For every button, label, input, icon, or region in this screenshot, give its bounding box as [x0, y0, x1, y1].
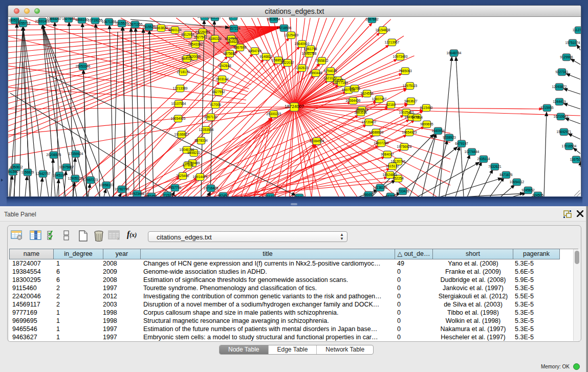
svg-text:9245652: 9245652 [521, 188, 535, 192]
svg-text:6966160: 6966160 [75, 18, 89, 21]
svg-text:9777169: 9777169 [335, 81, 348, 84]
svg-text:12353594: 12353594 [199, 128, 214, 132]
svg-text:11325419: 11325419 [284, 33, 299, 37]
svg-text:1527602: 1527602 [62, 17, 75, 20]
svg-text:15751074: 15751074 [565, 41, 580, 45]
svg-text:9862307: 9862307 [208, 17, 222, 19]
svg-text:924505: 924505 [532, 193, 543, 196]
svg-text:8454749: 8454749 [248, 49, 262, 53]
svg-text:12923468: 12923468 [130, 192, 145, 195]
svg-text:9498222: 9498222 [187, 151, 201, 155]
svg-text:1883531: 1883531 [354, 111, 367, 114]
svg-text:8912954: 8912954 [181, 33, 194, 36]
svg-text:x: x [117, 236, 120, 240]
svg-text:9115460: 9115460 [420, 106, 433, 110]
svg-text:1733426: 1733426 [396, 189, 409, 193]
svg-text:7515526: 7515526 [142, 25, 156, 29]
svg-text:8267130: 8267130 [204, 115, 217, 119]
svg-text:7632621: 7632621 [488, 165, 502, 168]
svg-text:2718170: 2718170 [177, 70, 190, 74]
svg-text:10671355: 10671355 [128, 23, 143, 26]
svg-text:7663822: 7663822 [155, 26, 168, 30]
svg-text:19756928: 19756928 [397, 145, 412, 148]
svg-text:8427552: 8427552 [212, 90, 225, 94]
svg-text:9875685: 9875685 [223, 52, 236, 55]
svg-text:20364436: 20364436 [346, 99, 361, 102]
svg-text:9657791: 9657791 [168, 186, 182, 189]
svg-text:18724007: 18724007 [285, 104, 304, 109]
svg-text:12942757: 12942757 [36, 172, 51, 176]
svg-text:786657: 786657 [363, 193, 374, 196]
svg-text:15692971: 15692971 [557, 130, 572, 134]
svg-text:16543382: 16543382 [188, 42, 203, 46]
svg-text:12093872: 12093872 [552, 85, 567, 89]
svg-text:7955812: 7955812 [315, 59, 329, 62]
svg-text:1156829: 1156829 [21, 170, 34, 174]
svg-text:104419: 104419 [265, 195, 276, 196]
svg-text:18524861: 18524861 [383, 173, 398, 177]
svg-text:10653267: 10653267 [47, 17, 62, 20]
svg-text:10107554: 10107554 [171, 102, 186, 105]
svg-text:7357224: 7357224 [227, 27, 241, 30]
svg-text:9899695: 9899695 [420, 122, 433, 126]
svg-text:19654923: 19654923 [402, 130, 417, 134]
svg-text:230114: 230114 [294, 195, 305, 196]
svg-text:1615132: 1615132 [386, 164, 399, 168]
svg-text:10688609: 10688609 [369, 130, 384, 134]
svg-text:7625402: 7625402 [176, 174, 189, 178]
svg-text:9527503: 9527503 [194, 35, 207, 39]
svg-text:10274444: 10274444 [465, 150, 480, 154]
svg-text:982450: 982450 [217, 194, 229, 196]
svg-text:62160: 62160 [386, 103, 396, 106]
svg-text:10973493: 10973493 [393, 55, 408, 58]
svg-text:10961758: 10961758 [302, 52, 317, 55]
svg-text:14136141: 14136141 [373, 186, 388, 189]
svg-text:23226053: 23226053 [195, 30, 210, 34]
svg-text:12213389: 12213389 [173, 86, 188, 90]
svg-text:989021: 989021 [181, 57, 192, 60]
svg-text:10807457: 10807457 [372, 97, 387, 101]
svg-text:8471676: 8471676 [499, 173, 513, 177]
svg-text:917006: 917006 [210, 103, 221, 106]
svg-text:19218596: 19218596 [277, 26, 292, 30]
svg-text:9084067: 9084067 [381, 152, 394, 156]
svg-text:16648784: 16648784 [447, 51, 462, 55]
svg-text:10719155: 10719155 [88, 18, 103, 22]
svg-text:19166827: 19166827 [175, 133, 189, 136]
svg-text:18807249: 18807249 [374, 141, 389, 145]
svg-text:9146821: 9146821 [259, 55, 273, 58]
svg-text:8878334: 8878334 [194, 139, 208, 142]
svg-text:15640910: 15640910 [295, 42, 310, 46]
svg-text:9242848: 9242848 [218, 64, 231, 68]
svg-text:391590: 391590 [8, 170, 18, 173]
svg-text:16210643: 16210643 [554, 115, 569, 118]
svg-text:1244419: 1244419 [553, 100, 566, 103]
svg-text:6961758: 6961758 [304, 47, 317, 51]
svg-text:20206576: 20206576 [47, 153, 61, 157]
svg-text:9338923: 9338923 [443, 136, 456, 139]
svg-text:12213967: 12213967 [385, 40, 400, 44]
svg-text:947264: 947264 [411, 116, 423, 119]
svg-text:982451: 982451 [146, 194, 157, 196]
svg-text:1112748: 1112748 [573, 28, 581, 32]
svg-text:9227341: 9227341 [555, 70, 569, 74]
svg-text:127834: 127834 [182, 163, 193, 167]
svg-text:12905135: 12905135 [68, 177, 83, 180]
svg-text:154623: 154623 [228, 40, 239, 43]
svg-text:10958107: 10958107 [99, 183, 114, 187]
svg-text:8960124: 8960124 [168, 28, 182, 32]
svg-text:10025463: 10025463 [399, 111, 414, 114]
svg-text:9129966: 9129966 [560, 55, 573, 59]
svg-text:6479197: 6479197 [455, 142, 468, 145]
svg-text:25053346: 25053346 [76, 64, 91, 68]
svg-text:7485063: 7485063 [399, 69, 412, 73]
svg-text:9463627: 9463627 [404, 99, 418, 103]
svg-text:15723: 15723 [229, 17, 238, 18]
svg-text:8990448: 8990448 [309, 71, 322, 75]
svg-text:19716485: 19716485 [204, 186, 219, 190]
svg-text:4350612: 4350612 [10, 165, 23, 169]
svg-text:771524: 771524 [162, 193, 173, 196]
svg-text:1162615: 1162615 [296, 66, 309, 70]
svg-text:2935114: 2935114 [477, 157, 490, 161]
svg-text:8215955: 8215955 [540, 106, 554, 110]
